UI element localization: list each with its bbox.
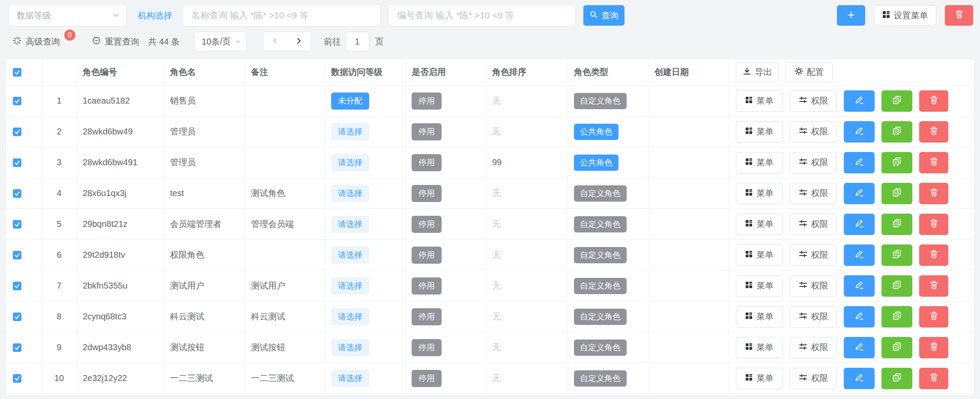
batch-delete-button[interactable] bbox=[945, 5, 973, 26]
row-copy-button[interactable] bbox=[881, 121, 912, 143]
row-perm-label: 权限 bbox=[811, 372, 828, 384]
reset-query-button[interactable]: 重置查询 bbox=[92, 32, 139, 51]
access-level-button[interactable]: 请选择 bbox=[331, 308, 369, 325]
row-delete-button[interactable] bbox=[919, 183, 948, 204]
enabled-button[interactable]: 停用 bbox=[412, 185, 442, 202]
enabled-button[interactable]: 停用 bbox=[412, 308, 442, 325]
access-level-button[interactable]: 请选择 bbox=[331, 247, 369, 264]
row-perm-button[interactable]: 权限 bbox=[790, 90, 837, 112]
row-delete-button[interactable] bbox=[919, 121, 948, 143]
enabled-button[interactable]: 停用 bbox=[412, 92, 442, 110]
row-edit-button[interactable] bbox=[844, 121, 875, 143]
row-copy-button[interactable] bbox=[881, 152, 912, 173]
row-edit-button[interactable] bbox=[844, 275, 875, 297]
access-level-button[interactable]: 请选择 bbox=[331, 216, 369, 233]
row-delete-button[interactable] bbox=[919, 214, 948, 235]
code-search-input[interactable] bbox=[388, 4, 576, 27]
enabled-button[interactable]: 停用 bbox=[412, 216, 442, 233]
row-edit-button[interactable] bbox=[844, 183, 875, 204]
row-checkbox[interactable] bbox=[13, 189, 21, 198]
row-perm-button[interactable]: 权限 bbox=[790, 337, 837, 358]
select-all-checkbox[interactable] bbox=[13, 68, 21, 77]
enabled-button[interactable]: 停用 bbox=[412, 154, 442, 171]
row-menu-button[interactable]: 菜单 bbox=[736, 306, 783, 328]
row-checkbox[interactable] bbox=[13, 220, 21, 229]
name-search-input[interactable] bbox=[182, 4, 380, 27]
row-menu-button[interactable]: 菜单 bbox=[736, 244, 783, 266]
row-menu-button[interactable]: 菜单 bbox=[736, 368, 783, 389]
page-size-select[interactable]: 10条/页 bbox=[194, 32, 247, 51]
row-menu-button[interactable]: 菜单 bbox=[736, 152, 783, 173]
row-copy-button[interactable] bbox=[881, 337, 912, 358]
row-checkbox[interactable] bbox=[13, 97, 21, 105]
goto-page-input[interactable] bbox=[345, 32, 369, 51]
row-perm-button[interactable]: 权限 bbox=[790, 368, 837, 389]
row-checkbox[interactable] bbox=[13, 374, 21, 383]
config-button[interactable]: 配置 bbox=[786, 63, 833, 82]
row-edit-button[interactable] bbox=[844, 152, 875, 173]
row-checkbox[interactable] bbox=[13, 158, 21, 167]
row-perm-label: 权限 bbox=[811, 311, 828, 322]
row-perm-button[interactable]: 权限 bbox=[790, 183, 837, 204]
menu-setting-button[interactable]: 设置菜单 bbox=[874, 5, 936, 26]
row-copy-button[interactable] bbox=[881, 90, 912, 112]
prev-page-button[interactable] bbox=[272, 37, 279, 47]
row-edit-button[interactable] bbox=[844, 368, 875, 389]
row-menu-button[interactable]: 菜单 bbox=[736, 121, 783, 143]
row-perm-button[interactable]: 权限 bbox=[790, 121, 837, 143]
access-level-button[interactable]: 未分配 bbox=[331, 92, 369, 110]
row-menu-button[interactable]: 菜单 bbox=[736, 183, 783, 204]
enabled-button[interactable]: 停用 bbox=[412, 370, 442, 387]
next-page-button[interactable] bbox=[295, 37, 302, 47]
advanced-query-button[interactable]: 高级查询 0 bbox=[12, 32, 60, 51]
row-copy-button[interactable] bbox=[881, 244, 912, 266]
enabled-button[interactable]: 停用 bbox=[412, 277, 442, 295]
row-delete-button[interactable] bbox=[919, 244, 948, 266]
row-delete-button[interactable] bbox=[919, 368, 948, 389]
row-checkbox[interactable] bbox=[13, 128, 21, 136]
row-menu-button[interactable]: 菜单 bbox=[736, 275, 783, 297]
row-edit-button[interactable] bbox=[844, 244, 875, 266]
enabled-button[interactable]: 停用 bbox=[412, 123, 442, 140]
cell-remark: 测试用户 bbox=[245, 271, 325, 301]
row-perm-button[interactable]: 权限 bbox=[790, 306, 837, 328]
org-select-button[interactable]: 机构选择 bbox=[134, 6, 176, 24]
row-copy-button[interactable] bbox=[881, 368, 912, 389]
row-edit-button[interactable] bbox=[844, 306, 875, 328]
enabled-button[interactable]: 停用 bbox=[412, 247, 442, 264]
access-level-button[interactable]: 请选择 bbox=[331, 370, 369, 387]
row-delete-button[interactable] bbox=[919, 306, 948, 328]
row-perm-button[interactable]: 权限 bbox=[790, 244, 837, 266]
row-perm-button[interactable]: 权限 bbox=[790, 152, 837, 173]
row-menu-button[interactable]: 菜单 bbox=[736, 90, 783, 112]
row-delete-button[interactable] bbox=[919, 90, 948, 112]
row-checkbox[interactable] bbox=[13, 282, 21, 290]
row-copy-button[interactable] bbox=[881, 183, 912, 204]
row-checkbox[interactable] bbox=[13, 343, 21, 352]
row-copy-button[interactable] bbox=[881, 214, 912, 235]
data-level-select[interactable]: 数据等级 bbox=[9, 4, 127, 27]
add-button[interactable]: + bbox=[837, 5, 865, 26]
access-level-button[interactable]: 请选择 bbox=[331, 154, 369, 171]
row-perm-button[interactable]: 权限 bbox=[790, 214, 837, 235]
row-perm-button[interactable]: 权限 bbox=[790, 275, 837, 297]
access-level-button[interactable]: 请选择 bbox=[331, 277, 369, 295]
row-delete-button[interactable] bbox=[919, 337, 948, 358]
row-edit-button[interactable] bbox=[844, 337, 875, 358]
row-copy-button[interactable] bbox=[881, 306, 912, 328]
row-edit-button[interactable] bbox=[844, 214, 875, 235]
row-copy-button[interactable] bbox=[881, 275, 912, 297]
access-level-button[interactable]: 请选择 bbox=[331, 123, 369, 140]
enabled-button[interactable]: 停用 bbox=[412, 339, 442, 356]
row-edit-button[interactable] bbox=[844, 90, 875, 112]
search-button[interactable]: 查询 bbox=[583, 5, 624, 26]
export-button[interactable]: 导出 bbox=[736, 63, 779, 82]
access-level-button[interactable]: 请选择 bbox=[331, 339, 369, 356]
row-checkbox[interactable] bbox=[13, 251, 21, 259]
access-level-button[interactable]: 请选择 bbox=[331, 185, 369, 202]
row-delete-button[interactable] bbox=[919, 152, 948, 173]
row-delete-button[interactable] bbox=[919, 275, 948, 297]
row-menu-button[interactable]: 菜单 bbox=[736, 214, 783, 235]
row-checkbox[interactable] bbox=[13, 313, 21, 321]
row-menu-button[interactable]: 菜单 bbox=[736, 337, 783, 358]
